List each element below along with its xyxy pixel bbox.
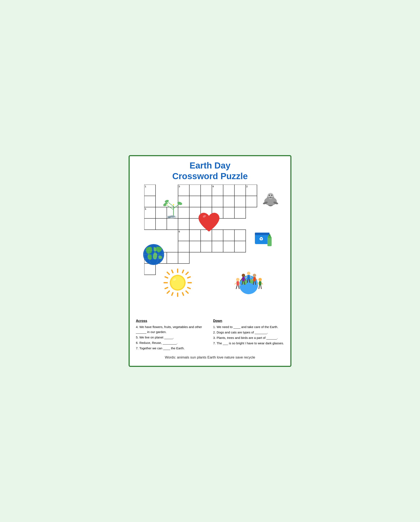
down-clue-2: 2. Dogs and cats are types of _______. [213, 330, 284, 335]
svg-line-115 [234, 283, 237, 284]
svg-rect-15 [201, 196, 212, 207]
svg-rect-81 [255, 233, 269, 235]
svg-point-63 [167, 204, 168, 205]
svg-point-113 [236, 278, 239, 281]
svg-rect-29 [234, 207, 246, 218]
svg-point-70 [269, 197, 272, 198]
down-title: Down [213, 318, 284, 324]
svg-line-103 [183, 270, 183, 273]
svg-rect-39 [223, 230, 234, 241]
svg-rect-40 [234, 230, 246, 241]
svg-rect-46 [234, 241, 246, 252]
svg-text:6: 6 [179, 230, 180, 233]
svg-rect-4 [189, 184, 201, 196]
svg-rect-9 [234, 184, 246, 196]
across-clues: Across 4. We have flowers, fruits, veget… [136, 318, 207, 351]
across-clue-4: 4. We have flowers, fruits, vegetables a… [136, 324, 207, 335]
svg-point-137 [259, 278, 262, 281]
svg-rect-28 [223, 207, 234, 218]
svg-text:♻: ♻ [259, 236, 263, 242]
svg-point-125 [247, 272, 250, 275]
svg-line-118 [238, 285, 239, 289]
svg-rect-17 [223, 196, 234, 207]
svg-point-71 [269, 195, 270, 196]
svg-line-54 [167, 206, 174, 210]
svg-point-72 [271, 195, 272, 196]
svg-text:1: 1 [145, 185, 146, 188]
down-clue-1: 1. We need to ____ and take care of the … [213, 324, 284, 330]
plant-illustration [161, 195, 186, 220]
down-clue-7: 7. The ___ is so bright I have to wear d… [213, 341, 284, 346]
svg-rect-31 [155, 218, 167, 230]
sun-illustration [163, 268, 192, 297]
svg-rect-42 [189, 241, 201, 252]
svg-line-104 [188, 277, 190, 278]
svg-text:2: 2 [246, 185, 248, 188]
across-clue-6: 6. Reduce, Reuse, ________. [136, 340, 207, 345]
across-title: Across [136, 318, 207, 324]
svg-rect-5 [201, 184, 212, 196]
svg-rect-8 [223, 184, 234, 196]
svg-point-69 [267, 193, 274, 199]
page: Earth Day Crossword Puzzle 1 [129, 155, 291, 367]
svg-point-61 [173, 204, 174, 205]
svg-line-108 [188, 288, 190, 289]
down-clue-3: 3. Plants, trees and birds are a part of… [213, 335, 284, 340]
down-clues: Down 1. We need to ____ and take care of… [213, 318, 284, 351]
svg-line-141 [259, 285, 260, 289]
svg-line-140 [261, 283, 263, 284]
svg-line-142 [261, 285, 261, 289]
svg-rect-19 [246, 196, 257, 207]
people-globe-illustration [230, 266, 267, 299]
page-title: Earth Day Crossword Puzzle [136, 160, 284, 181]
svg-line-117 [236, 285, 237, 289]
svg-point-119 [242, 274, 245, 277]
svg-line-99 [186, 272, 188, 274]
svg-text:4: 4 [213, 185, 214, 188]
puzzle-area: 1 3 4 2 [136, 184, 284, 314]
heart-illustration [196, 212, 221, 235]
svg-rect-33 [178, 218, 189, 230]
svg-rect-45 [223, 241, 234, 252]
svg-rect-30 [144, 218, 155, 230]
seal-illustration [259, 189, 280, 210]
svg-rect-132 [253, 277, 256, 281]
svg-line-101 [172, 270, 173, 273]
svg-rect-51 [178, 252, 189, 263]
svg-rect-16 [212, 196, 223, 207]
svg-rect-50 [167, 252, 178, 263]
svg-line-106 [165, 288, 168, 289]
svg-point-131 [253, 274, 256, 277]
recycle-illustration: ♻ [254, 226, 281, 247]
svg-rect-14 [189, 196, 201, 207]
svg-rect-120 [242, 277, 245, 281]
svg-rect-18 [234, 196, 246, 207]
svg-rect-32 [167, 218, 178, 230]
globe-illustration [142, 243, 165, 266]
svg-point-110 [171, 276, 184, 289]
clues-section: Across 4. We have flowers, fruits, veget… [136, 318, 284, 351]
words-line: Words: animals sun plants Earth love nat… [136, 355, 284, 360]
svg-rect-83 [267, 237, 272, 246]
svg-text:5: 5 [145, 208, 146, 210]
svg-rect-126 [247, 275, 250, 279]
svg-rect-41 [178, 241, 189, 252]
svg-rect-138 [259, 281, 261, 285]
svg-point-66 [168, 216, 171, 218]
svg-line-97 [167, 272, 169, 274]
svg-line-98 [186, 291, 188, 293]
svg-rect-12 [144, 196, 155, 207]
svg-rect-43 [201, 241, 212, 252]
svg-line-100 [167, 291, 169, 293]
svg-rect-85 [269, 234, 270, 236]
across-clue-5: 5. We live on planet _____. [136, 335, 207, 340]
svg-line-102 [165, 277, 168, 278]
svg-rect-44 [212, 241, 223, 252]
svg-rect-114 [237, 281, 239, 285]
svg-line-105 [172, 293, 173, 295]
svg-text:3: 3 [179, 185, 180, 188]
across-clue-7: 7. Together we can ____ the Earth. [136, 346, 207, 351]
svg-line-107 [183, 293, 183, 295]
